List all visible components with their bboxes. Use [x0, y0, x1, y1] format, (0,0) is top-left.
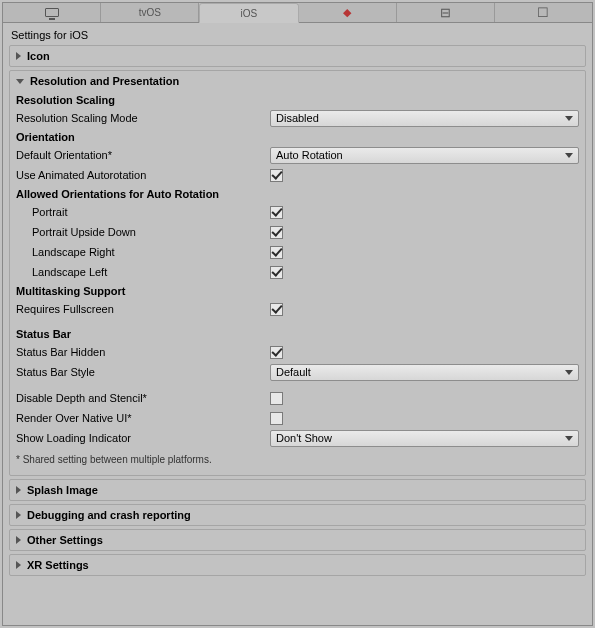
section-splash-header[interactable]: Splash Image — [10, 480, 585, 500]
row-use-animated-autorotation: Use Animated Autorotation — [16, 165, 579, 185]
subhead-resolution-scaling: Resolution Scaling — [16, 91, 579, 108]
dropdown-show-loading-indicator[interactable]: Don't Show — [270, 430, 579, 447]
section-title: Splash Image — [27, 484, 98, 496]
row-landscape-right: Landscape Right — [16, 242, 579, 262]
chevron-down-icon — [565, 153, 573, 158]
section-xr: XR Settings — [9, 554, 586, 576]
monitor-icon — [45, 8, 59, 17]
page-title: Settings for iOS — [9, 26, 586, 45]
dropdown-default-orientation[interactable]: Auto Rotation — [270, 147, 579, 164]
chevron-right-icon — [16, 486, 21, 494]
checkbox-portrait[interactable] — [270, 206, 283, 219]
section-xr-header[interactable]: XR Settings — [10, 555, 585, 575]
checkbox-requires-fullscreen[interactable] — [270, 303, 283, 316]
tab-tvos[interactable]: tvOS — [101, 3, 199, 22]
chevron-down-icon — [565, 370, 573, 375]
chevron-down-icon — [16, 79, 24, 84]
label-use-animated-autorotation: Use Animated Autorotation — [16, 169, 270, 181]
label-landscape-right: Landscape Right — [16, 246, 270, 258]
dropdown-status-bar-style[interactable]: Default — [270, 364, 579, 381]
tab-webgl[interactable]: ☐ — [495, 3, 592, 22]
checkbox-landscape-left[interactable] — [270, 266, 283, 279]
row-disable-depth-stencil: Disable Depth and Stencil* — [16, 388, 579, 408]
section-title: Resolution and Presentation — [30, 75, 179, 87]
section-other-header[interactable]: Other Settings — [10, 530, 585, 550]
dropdown-value: Don't Show — [276, 432, 332, 444]
checkbox-disable-depth-stencil[interactable] — [270, 392, 283, 405]
row-status-bar-hidden: Status Bar Hidden — [16, 342, 579, 362]
section-title: Icon — [27, 50, 50, 62]
player-settings-panel: tvOS iOS ◆ ⊟ ☐ Settings for iOS Icon Res… — [2, 2, 593, 626]
label-portrait: Portrait — [16, 206, 270, 218]
section-icon: Icon — [9, 45, 586, 67]
checkbox-status-bar-hidden[interactable] — [270, 346, 283, 359]
checkbox-use-animated-autorotation[interactable] — [270, 169, 283, 182]
label-landscape-left: Landscape Left — [16, 266, 270, 278]
section-other: Other Settings — [9, 529, 586, 551]
chevron-right-icon — [16, 561, 21, 569]
row-portrait: Portrait — [16, 202, 579, 222]
label-render-over-native-ui: Render Over Native UI* — [16, 412, 270, 424]
label-status-bar-style: Status Bar Style — [16, 366, 270, 378]
label-disable-depth-stencil: Disable Depth and Stencil* — [16, 392, 270, 404]
label-default-orientation: Default Orientation* — [16, 149, 270, 161]
html5-icon: ☐ — [537, 5, 549, 20]
dropdown-resolution-scaling-mode[interactable]: Disabled — [270, 110, 579, 127]
checkbox-render-over-native-ui[interactable] — [270, 412, 283, 425]
chevron-down-icon — [565, 436, 573, 441]
section-splash: Splash Image — [9, 479, 586, 501]
tab-ios[interactable]: iOS — [199, 3, 298, 23]
section-icon-header[interactable]: Icon — [10, 46, 585, 66]
chevron-right-icon — [16, 511, 21, 519]
label-resolution-scaling-mode: Resolution Scaling Mode — [16, 112, 270, 124]
section-title: XR Settings — [27, 559, 89, 571]
tab-label: iOS — [241, 8, 258, 19]
checkbox-landscape-right[interactable] — [270, 246, 283, 259]
dropdown-value: Default — [276, 366, 311, 378]
row-default-orientation: Default Orientation* Auto Rotation — [16, 145, 579, 165]
row-status-bar-style: Status Bar Style Default — [16, 362, 579, 382]
chevron-down-icon — [565, 116, 573, 121]
section-resolution-header[interactable]: Resolution and Presentation — [10, 71, 585, 91]
section-title: Other Settings — [27, 534, 103, 546]
label-show-loading-indicator: Show Loading Indicator — [16, 432, 270, 444]
footnote-shared-setting: * Shared setting between multiple platfo… — [16, 448, 579, 469]
subhead-multitasking: Multitasking Support — [16, 282, 579, 299]
label-requires-fullscreen: Requires Fullscreen — [16, 303, 270, 315]
row-portrait-upside-down: Portrait Upside Down — [16, 222, 579, 242]
platform-tabs: tvOS iOS ◆ ⊟ ☐ — [3, 3, 592, 23]
subhead-allowed-orientations: Allowed Orientations for Auto Rotation — [16, 185, 579, 202]
tab-android[interactable]: ⊟ — [397, 3, 495, 22]
row-requires-fullscreen: Requires Fullscreen — [16, 299, 579, 319]
tab-label: tvOS — [139, 7, 161, 18]
dropdown-value: Disabled — [276, 112, 319, 124]
row-resolution-scaling-mode: Resolution Scaling Mode Disabled — [16, 108, 579, 128]
chevron-right-icon — [16, 536, 21, 544]
row-render-over-native-ui: Render Over Native UI* — [16, 408, 579, 428]
label-status-bar-hidden: Status Bar Hidden — [16, 346, 270, 358]
row-landscape-left: Landscape Left — [16, 262, 579, 282]
tab-lumin[interactable]: ◆ — [299, 3, 397, 22]
section-title: Debugging and crash reporting — [27, 509, 191, 521]
section-debug-header[interactable]: Debugging and crash reporting — [10, 505, 585, 525]
android-icon: ⊟ — [440, 5, 451, 20]
checkbox-portrait-upside-down[interactable] — [270, 226, 283, 239]
section-resolution-body: Resolution Scaling Resolution Scaling Mo… — [10, 91, 585, 475]
chevron-right-icon — [16, 52, 21, 60]
tab-standalone[interactable] — [3, 3, 101, 22]
dropdown-value: Auto Rotation — [276, 149, 343, 161]
lumin-icon: ◆ — [343, 6, 351, 19]
section-resolution: Resolution and Presentation Resolution S… — [9, 70, 586, 476]
label-portrait-upside-down: Portrait Upside Down — [16, 226, 270, 238]
subhead-status-bar: Status Bar — [16, 325, 579, 342]
settings-content: Settings for iOS Icon Resolution and Pre… — [3, 23, 592, 625]
subhead-orientation: Orientation — [16, 128, 579, 145]
row-show-loading-indicator: Show Loading Indicator Don't Show — [16, 428, 579, 448]
section-debug: Debugging and crash reporting — [9, 504, 586, 526]
